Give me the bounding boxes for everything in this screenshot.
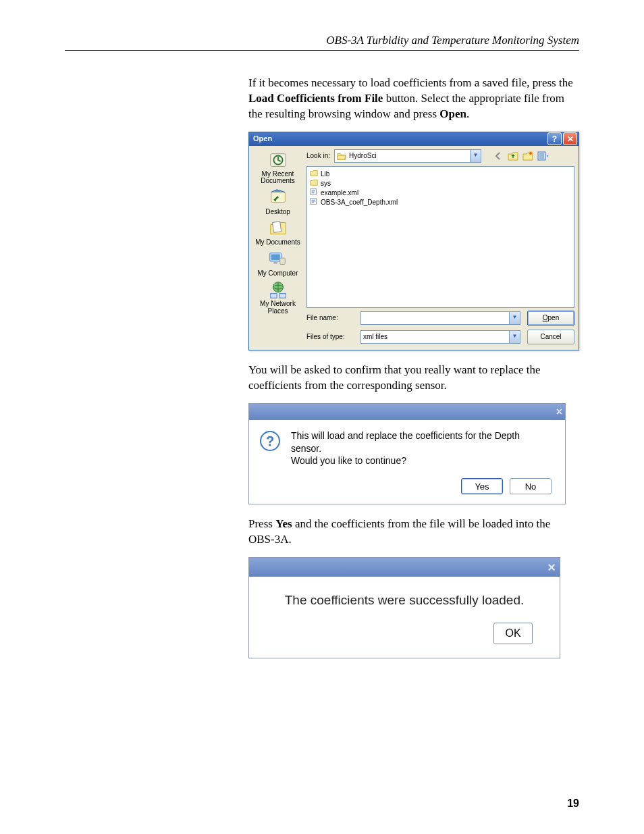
dropdown-arrow-icon[interactable]: ▼ (509, 312, 520, 324)
place-network[interactable]: My Network Places (249, 280, 306, 315)
place-label: My Documents (255, 239, 300, 246)
file-name: sys (321, 179, 331, 188)
text: This will load and replace the coefficie… (291, 429, 552, 455)
list-item[interactable]: sys (310, 179, 571, 188)
list-item[interactable]: example.xml (310, 188, 571, 198)
place-desktop[interactable]: Desktop (265, 188, 290, 216)
place-label: Desktop (265, 209, 290, 216)
place-recent[interactable]: My Recent Documents (249, 150, 306, 185)
new-folder-icon[interactable] (522, 150, 534, 162)
lookin-combobox[interactable]: HydroSci ▼ (334, 149, 481, 163)
place-label: My Recent Documents (249, 171, 306, 185)
yes-button[interactable]: Yes (461, 478, 503, 494)
text: . (466, 107, 469, 120)
paragraph-3: Press Yes and the coefficients from the … (248, 517, 579, 548)
success-dialog: × The coefficients were successfully loa… (248, 557, 560, 658)
lookin-label: Look in: (306, 151, 330, 161)
filename-label: File name: (306, 313, 354, 323)
svg-rect-10 (270, 294, 276, 298)
help-button[interactable]: ? (547, 132, 562, 145)
filetype-value: xml files (363, 332, 387, 342)
text: Would you like to continue? (291, 454, 552, 467)
close-icon[interactable]: × (556, 405, 562, 419)
svg-rect-5 (271, 254, 280, 259)
filetype-label: Files of type: (306, 332, 354, 342)
lookin-value: HydroSci (349, 151, 377, 161)
open-dialog-titlebar: Open ? ✕ (249, 132, 579, 146)
paragraph-2: You will be asked to confirm that you re… (248, 363, 579, 394)
bold: Open (439, 107, 466, 120)
success-text: The coefficients were successfully loade… (249, 577, 560, 616)
confirm-dialog: × ? This will load and replace the coeff… (248, 403, 566, 505)
file-list[interactable]: Lib sys example.xml OBS-3A_coeff_De (306, 166, 574, 308)
filename-input[interactable]: ▼ (360, 311, 520, 325)
file-name: example.xml (321, 188, 358, 198)
question-icon: ? (259, 429, 281, 468)
bold: Yes (275, 517, 292, 530)
close-icon[interactable]: × (547, 558, 556, 577)
place-label: My Network Places (249, 301, 306, 315)
text: and the coefficients from the file will … (248, 517, 550, 546)
views-icon[interactable] (537, 150, 549, 162)
open-dialog-title: Open (253, 134, 272, 144)
place-computer[interactable]: My Computer (257, 249, 298, 278)
place-mydocs[interactable]: My Documents (255, 218, 300, 246)
filetype-combobox[interactable]: xml files▼ (360, 330, 520, 344)
svg-text:?: ? (266, 434, 274, 448)
dropdown-arrow-icon[interactable]: ▼ (470, 150, 481, 162)
dropdown-arrow-icon[interactable]: ▼ (509, 331, 520, 343)
btn-text: pen (548, 314, 560, 321)
ok-button[interactable]: OK (493, 623, 533, 644)
cancel-button[interactable]: Cancel (527, 330, 574, 344)
place-label: My Computer (257, 270, 298, 278)
open-dialog: Open ? ✕ My Recent Documents Desktop (248, 132, 579, 350)
svg-rect-11 (279, 294, 285, 298)
file-name: OBS-3A_coeff_Depth.xml (321, 198, 398, 207)
up-one-level-icon[interactable] (507, 150, 519, 162)
list-item[interactable]: OBS-3A_coeff_Depth.xml (310, 198, 571, 207)
svg-rect-3 (272, 221, 281, 232)
no-button[interactable]: No (510, 478, 552, 494)
page-header: OBS-3A Turbidity and Temperature Monitor… (326, 34, 579, 47)
text: If it becomes necessary to load coeffici… (248, 76, 573, 89)
text: Press (248, 517, 275, 530)
bold: Load Coefficients from File (248, 92, 383, 105)
header-rule (65, 50, 579, 51)
close-button[interactable]: ✕ (563, 132, 577, 145)
confirm-text: This will load and replace the coefficie… (291, 429, 552, 468)
list-item[interactable]: Lib (310, 170, 571, 179)
back-icon[interactable] (492, 150, 504, 162)
file-name: Lib (321, 170, 329, 179)
open-button[interactable]: Open (527, 311, 574, 325)
svg-rect-7 (280, 258, 286, 264)
paragraph-1: If it becomes necessary to load coeffici… (248, 76, 579, 122)
confirm-dialog-titlebar: × (249, 404, 565, 420)
svg-rect-6 (274, 262, 278, 264)
success-dialog-titlebar: × (249, 558, 560, 577)
places-bar: My Recent Documents Desktop My Documents… (249, 146, 306, 350)
folder-open-icon (337, 152, 346, 160)
page-number: 19 (567, 798, 579, 810)
xml-file-icon (310, 197, 318, 208)
